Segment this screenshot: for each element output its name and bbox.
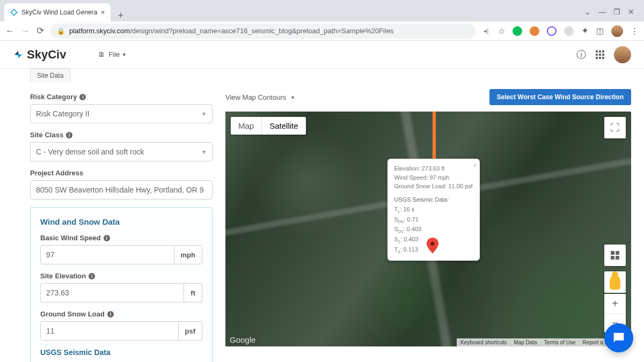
info-sd1: SD1: 0.403	[394, 225, 473, 235]
info-elevation: Elevation: 273.63 ft	[394, 164, 473, 173]
panel-title: Wind and Snow Data	[40, 217, 202, 226]
tab-close-icon[interactable]: ×	[100, 8, 105, 17]
file-icon: 🗎	[98, 50, 105, 58]
wind-speed-label: Basic Wind Speed i	[40, 234, 202, 242]
main-content: View Map Contours ▾ Select Worst Case Wi…	[225, 69, 631, 362]
sidepanel-icon[interactable]: ◫	[596, 26, 604, 36]
info-tl: TL: 16 s	[394, 205, 473, 215]
info-wind: Wind Speed: 97 mph	[394, 173, 473, 182]
svg-rect-4	[616, 256, 619, 260]
logo[interactable]: SkyCiv	[13, 48, 66, 62]
tab-title: SkyCiv Wind Load Genera	[21, 9, 97, 16]
info-icon[interactable]: i	[104, 235, 110, 241]
site-class-select[interactable]: C - Very dense soil and soft rock ▼	[30, 142, 213, 161]
fullscreen-button[interactable]: ⛶	[604, 117, 626, 138]
chat-button[interactable]	[604, 323, 633, 352]
map-type-map[interactable]: Map	[231, 117, 261, 135]
site-elevation-input[interactable]	[40, 283, 184, 302]
usgs-title: USGS Seismic Data	[40, 348, 202, 357]
chevron-down-icon: ▾	[291, 94, 294, 100]
layers-button[interactable]	[604, 245, 626, 266]
map-data-link[interactable]: Map Data	[510, 338, 540, 346]
apps-icon[interactable]	[596, 50, 604, 59]
site-elevation-label: Site Elevation i	[40, 272, 202, 280]
select-worst-case-button[interactable]: Select Worst Case Wind Source Direction	[489, 89, 631, 105]
toolbar-icons: ⪪ ☆ ✦ ◫ ⋮	[482, 25, 639, 37]
site-elevation-unit: ft	[184, 283, 202, 302]
wind-speed-unit: mph	[174, 245, 202, 264]
browser-tab[interactable]: SkyCiv Wind Load Genera ×	[4, 3, 111, 21]
minimize-icon[interactable]: —	[598, 8, 606, 16]
info-sds: SDS: 0.71	[394, 215, 473, 225]
map-marker-icon[interactable]	[427, 238, 438, 254]
keyboard-shortcuts-link[interactable]: Keyboard shortcuts	[457, 338, 510, 346]
snow-load-input[interactable]	[40, 321, 179, 341]
profile-avatar[interactable]	[611, 25, 623, 37]
map-type-toggle: Map Satellite	[231, 117, 306, 135]
terms-link[interactable]: Terms of Use	[540, 338, 579, 346]
google-logo: Google	[230, 335, 255, 344]
wind-speed-input[interactable]	[40, 245, 174, 264]
wind-snow-panel: Wind and Snow Data Basic Wind Speed i mp…	[30, 207, 213, 362]
window-controls: ⌄ — ❐ ✕	[584, 5, 640, 21]
pegman-icon	[610, 275, 620, 290]
app-header: SkyCiv 🗎 File ▾ ⓘ	[0, 41, 644, 69]
forward-button[interactable]: →	[21, 26, 30, 36]
svg-rect-2	[616, 251, 619, 255]
risk-category-label: Risk Category i	[30, 93, 213, 101]
site-class-label: Site Class i	[30, 131, 213, 139]
share-icon[interactable]: ⪪	[482, 26, 491, 35]
chevron-down-icon: ▾	[123, 51, 126, 57]
chevron-down-icon: ▼	[201, 149, 207, 155]
svg-point-0	[430, 242, 434, 246]
user-avatar[interactable]	[614, 46, 631, 63]
info-usgs-title: USGS Seismic Data:	[394, 195, 473, 204]
chat-icon	[611, 330, 626, 345]
info-icon[interactable]: i	[66, 132, 72, 138]
tab-site-data[interactable]: Site Data	[30, 69, 70, 82]
address-bar: ← → ⟳ 🔒 platform.skyciv.com/design/wind?…	[0, 21, 644, 41]
info-icon[interactable]: i	[79, 94, 86, 100]
tab-favicon	[10, 8, 18, 17]
url-field[interactable]: 🔒 platform.skyciv.com/design/wind?preloa…	[50, 24, 476, 39]
pegman-button[interactable]	[604, 271, 626, 293]
bookmark-icon[interactable]: ☆	[498, 26, 505, 36]
sidebar: Site Data Risk Category i Risk Category …	[30, 69, 213, 362]
browser-chrome: SkyCiv Wind Load Genera × + ⌄ — ❐ ✕	[0, 0, 644, 21]
url-text: platform.skyciv.com/design/wind?preload_…	[69, 27, 394, 35]
help-icon[interactable]: ⓘ	[576, 48, 586, 61]
close-window-icon[interactable]: ✕	[628, 8, 634, 16]
info-icon[interactable]: i	[89, 273, 95, 279]
maximize-icon[interactable]: ❐	[613, 8, 620, 16]
logo-icon	[13, 49, 24, 60]
extension-orange-icon[interactable]	[530, 26, 539, 36]
extension-gray-icon[interactable]	[564, 26, 574, 36]
direction-line	[433, 112, 436, 165]
snow-load-label: Ground Snow Load i	[40, 310, 202, 318]
close-icon[interactable]: ×	[473, 161, 477, 170]
lock-icon: 🔒	[57, 27, 65, 35]
zoom-in-button[interactable]: +	[604, 294, 626, 313]
file-menu[interactable]: 🗎 File ▾	[98, 50, 126, 58]
map[interactable]: Map Satellite ⛶ × Elevation: 273.63 ft W…	[225, 112, 631, 346]
snow-load-unit: psf	[179, 321, 203, 341]
project-address-input[interactable]: 8050 SW Beaverton Hillsdale Hwy, Portlan…	[30, 180, 213, 200]
info-icon[interactable]: i	[107, 311, 114, 317]
chevron-down-icon: ▼	[201, 111, 207, 117]
new-tab-button[interactable]: +	[115, 10, 127, 21]
svg-rect-3	[611, 256, 614, 260]
extension-green-icon[interactable]	[513, 26, 522, 36]
svg-rect-1	[611, 251, 614, 255]
reload-button[interactable]: ⟳	[36, 25, 44, 36]
view-contours-dropdown[interactable]: View Map Contours ▾	[225, 93, 294, 101]
map-type-satellite[interactable]: Satellite	[262, 117, 305, 135]
extensions-icon[interactable]: ✦	[581, 25, 589, 36]
risk-category-select[interactable]: Risk Category II ▼	[30, 104, 213, 123]
back-button[interactable]: ←	[5, 26, 14, 36]
extension-purple-icon[interactable]	[547, 26, 557, 36]
info-snow: Ground Snow Load: 11.00 psf	[394, 182, 473, 191]
chevron-down-icon[interactable]: ⌄	[584, 8, 591, 16]
menu-icon[interactable]: ⋮	[631, 26, 639, 36]
project-address-label: Project Address	[30, 169, 213, 177]
